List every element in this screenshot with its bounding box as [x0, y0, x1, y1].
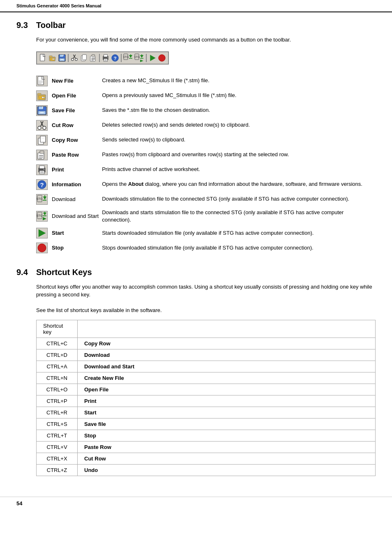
shortcut-action: Undo [78, 465, 376, 476]
shortcut-key: CTRL+T [37, 430, 78, 442]
shortcut-key: CTRL+X [37, 453, 78, 465]
svg-rect-64 [40, 171, 44, 172]
svg-text:STG: STG [134, 56, 140, 58]
toolbar-item-label: Open File [52, 88, 102, 103]
new-file-icon [36, 74, 52, 88]
toolbar-new-icon[interactable] [39, 53, 48, 62]
toolbar-print-icon[interactable] [101, 53, 110, 62]
page-number: 54 [16, 500, 22, 506]
toolbar-start-icon[interactable] [148, 53, 157, 62]
svg-point-11 [75, 58, 77, 60]
shortcut-row: CTRL+ADownload and Start [37, 361, 376, 372]
toolbar-item-row: ?InformationOpens the About dialog, wher… [36, 177, 376, 192]
manual-title: Stimulus Generator 4000 Series Manual [16, 3, 101, 8]
toolbar-item-desc: Starts downloaded stimulation file (only… [102, 226, 376, 240]
shortcut-action: Create New File [78, 372, 376, 384]
section-94-intro1: Shortcut keys offer you another way to a… [36, 283, 376, 299]
toolbar-item-desc: Opens a previously saved MC_Stimulus II … [102, 88, 376, 103]
toolbar-info-icon[interactable]: ? [111, 53, 120, 62]
shortcut-table-header: Shortcut key [37, 320, 78, 338]
shortcut-row: CTRL+XCut Row [37, 453, 376, 465]
toolbar-item-label: Stop [52, 240, 102, 255]
shortcut-key: CTRL+O [37, 384, 78, 395]
toolbar-item-desc: Downloads stimulation file to the connec… [102, 192, 376, 207]
toolbar-item-desc: Saves the *.stm file to the chosen desti… [102, 103, 376, 118]
toolbar-item-row: Save FileSaves the *.stm file to the cho… [36, 103, 376, 118]
toolbar-sep-1 [68, 54, 69, 62]
shortcut-key: CTRL+R [37, 407, 78, 419]
svg-rect-46 [42, 106, 43, 109]
shortcut-row: CTRL+ZUndo [37, 465, 376, 476]
toolbar-item-label: Cut Row [52, 118, 102, 133]
shortcut-keys-table: Shortcut key CTRL+CCopy RowCTRL+DDownloa… [36, 320, 376, 476]
shortcut-key: CTRL+C [37, 338, 78, 349]
download-icon: STG [36, 192, 52, 207]
svg-point-52 [43, 126, 46, 130]
toolbar-save-icon[interactable] [58, 53, 67, 62]
svg-rect-22 [104, 59, 106, 60]
save-file-icon [36, 103, 52, 118]
toolbar-open-icon[interactable] [48, 53, 57, 62]
toolbar-item-desc: Pastes row(s) from clipboard and overwri… [102, 148, 376, 162]
toolbar-item-row: STGDownload and StartDownloads and start… [36, 207, 376, 226]
toolbar-item-label: Download [52, 192, 102, 207]
svg-rect-65 [40, 172, 44, 173]
svg-text:STG: STG [37, 214, 42, 217]
svg-point-10 [71, 58, 74, 60]
svg-rect-0 [40, 54, 45, 60]
toolbar-sep-4 [146, 54, 147, 62]
toolbar-download-start-icon[interactable]: STG [134, 53, 145, 62]
shortcut-row: CTRL+RStart [37, 407, 376, 419]
shortcut-row: CTRL+SSave file [37, 419, 376, 430]
svg-rect-60 [39, 158, 42, 159]
open-file-icon [36, 88, 52, 103]
shortcut-action: Download [78, 349, 376, 361]
svg-rect-17 [91, 58, 95, 59]
svg-rect-4 [60, 54, 63, 56]
toolbar-item-desc: Deletes selected row(s) and sends delete… [102, 118, 376, 133]
shortcut-key: CTRL+N [37, 372, 78, 384]
svg-text:STG: STG [37, 197, 42, 200]
svg-marker-36 [150, 55, 156, 61]
toolbar-items-table: New FileCreates a new MC_Stimulus II fil… [36, 74, 376, 255]
section-93-heading: 9.3 Toolbar [16, 21, 376, 30]
section-94-intro2: See the list of shortcut keys available … [36, 306, 376, 314]
toolbar-item-desc: Opens the About dialog, where you can fi… [102, 177, 376, 192]
toolbar-item-row: STGDownloadDownloads stimulation file to… [36, 192, 376, 207]
toolbar-item-label: Paste Row [52, 148, 102, 162]
print-icon [36, 162, 52, 177]
toolbar-cut-icon[interactable] [70, 53, 79, 62]
section-93-number: 9.3 [16, 21, 31, 30]
toolbar-copy-icon[interactable] [79, 53, 88, 62]
toolbar-item-label: Save File [52, 103, 102, 118]
toolbar-item-row: PrintPrints active channel of active wor… [36, 162, 376, 177]
shortcut-action: Copy Row [78, 338, 376, 349]
toolbar-item-desc: Creates a new MC_Stimulus II file (*.stm… [102, 74, 376, 88]
toolbar-paste-icon[interactable] [89, 53, 98, 62]
shortcut-row: CTRL+DDownload [37, 349, 376, 361]
toolbar-sep-2 [99, 54, 100, 62]
toolbar-item-label: Information [52, 177, 102, 192]
toolbar-item-label: Start [52, 226, 102, 240]
shortcut-row: CTRL+PPrint [37, 395, 376, 407]
toolbar-item-label: New File [52, 74, 102, 88]
toolbar-item-desc: Stops downloaded stimulation file (only … [102, 240, 376, 255]
toolbar-stop-icon[interactable] [157, 53, 166, 62]
svg-rect-23 [104, 60, 106, 60]
toolbar-icon-strip: ? STG STG [36, 51, 169, 65]
svg-point-37 [159, 54, 165, 61]
svg-marker-78 [39, 229, 46, 237]
shortcut-action: Stop [78, 430, 376, 442]
svg-rect-7 [60, 59, 63, 60]
svg-point-66 [44, 169, 44, 169]
page-content: 9.3 Toolbar For your convenience, you wi… [0, 12, 392, 488]
toolbar-item-row: New FileCreates a new MC_Stimulus II fil… [36, 74, 376, 88]
shortcut-key: CTRL+V [37, 442, 78, 453]
toolbar-item-row: Paste RowPastes row(s) from clipboard an… [36, 148, 376, 162]
shortcut-action: Cut Row [78, 453, 376, 465]
svg-rect-16 [91, 58, 95, 58]
toolbar-download-icon[interactable]: STG [123, 53, 134, 62]
svg-marker-35 [140, 60, 143, 62]
shortcut-table-action-header [78, 320, 376, 338]
svg-marker-77 [43, 217, 46, 220]
